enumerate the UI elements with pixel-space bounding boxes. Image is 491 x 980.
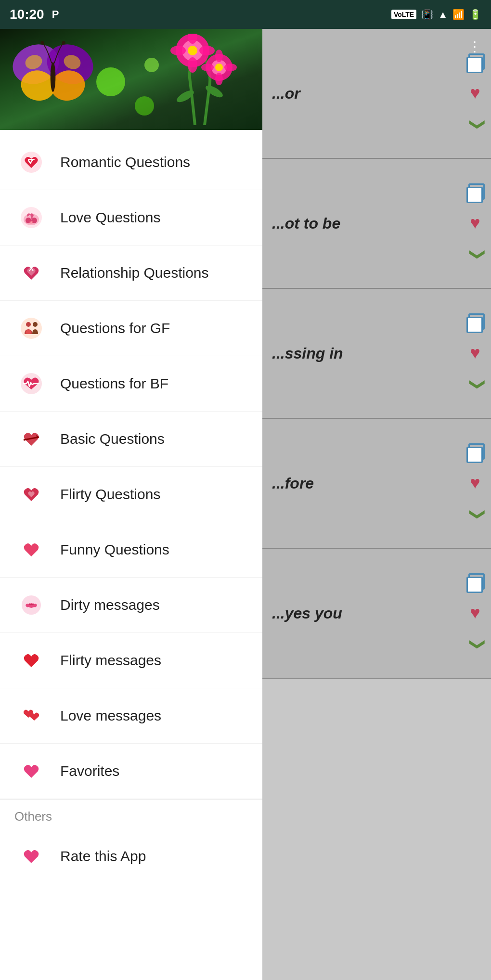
flirty-questions-icon [14,477,48,511]
menu-item-flirty-questions[interactable]: Flirty Questions [0,467,262,522]
menu-list: Romantic Questions Love Questions [0,130,262,889]
volte-badge: VoLTE [391,10,416,19]
card-3-text: ...ssing in [262,345,466,362]
svg-point-16 [170,46,186,55]
svg-point-13 [188,46,197,55]
vibrate-icon: 📳 [421,9,433,20]
questions-gf-icon [14,311,48,345]
menu-item-funny-questions[interactable]: Funny Questions [0,522,262,578]
share-icon-4[interactable]: ❮ [466,508,484,521]
basic-questions-icon [14,422,48,456]
flirty-messages-icon [14,644,48,677]
heart-icon-2[interactable]: ♥ [470,213,480,233]
svg-point-24 [224,64,237,71]
share-icon-3[interactable]: ❮ [466,378,484,391]
card-5-text: ...yes you [262,605,466,622]
menu-item-questions-gf[interactable]: Questions for GF [0,301,262,356]
questions-gf-label: Questions for GF [60,320,170,336]
love-messages-label: Love messages [60,708,161,724]
status-bar-right: VoLTE 📳 ▲ 📶 🔋 [391,9,481,20]
drawer-header [0,29,262,130]
menu-item-romantic-questions[interactable]: Romantic Questions [0,135,262,190]
bokeh-2 [135,96,154,116]
card-4: ...fore ♥ ❮ [262,419,491,549]
copy-icon-5[interactable] [466,573,484,591]
butterfly-decoration [10,39,96,116]
flirty-questions-label: Flirty Questions [60,486,160,503]
relationship-questions-icon [14,256,48,290]
heart-icon-5[interactable]: ♥ [470,603,480,623]
card-1-actions: ♥ ❮ [466,53,491,133]
favorites-label: Favorites [60,763,119,779]
share-icon-5[interactable]: ❮ [466,638,484,651]
flirty-messages-label: Flirty messages [60,652,161,669]
menu-item-questions-bf[interactable]: Questions for BF [0,356,262,412]
funny-questions-label: Funny Questions [60,542,169,558]
card-5-actions: ♥ ❮ [466,573,491,653]
love-messages-icon [14,699,48,733]
right-panel: ...or ♥ ❮ ...ot to be ♥ ❮ ...ssing in ♥ … [262,29,491,980]
svg-point-6 [51,62,56,92]
relationship-questions-label: Relationship Questions [60,265,209,281]
battery-icon: 🔋 [469,9,481,20]
navigation-drawer: Romantic Questions Love Questions [0,29,262,980]
svg-point-30 [29,221,33,224]
menu-item-basic-questions[interactable]: Basic Questions [0,412,262,467]
bokeh-1 [96,67,125,96]
svg-point-8 [62,41,65,44]
three-dots-menu[interactable]: ⋮ [468,39,481,54]
questions-bf-label: Questions for BF [60,375,168,392]
heart-icon-3[interactable]: ♥ [470,343,480,363]
share-icon-2[interactable]: ❮ [466,248,484,261]
love-questions-icon [14,201,48,234]
card-2-text: ...ot to be [262,215,466,232]
copy-icon-4[interactable] [466,443,484,461]
basic-questions-label: Basic Questions [60,431,165,447]
card-5: ...yes you ♥ ❮ [262,549,491,679]
rate-app-label: Rate this App [60,848,146,864]
menu-item-flirty-messages[interactable]: Flirty messages [0,633,262,688]
heart-icon-4[interactable]: ♥ [470,473,480,493]
menu-item-favorites[interactable]: Favorites [0,744,262,799]
card-4-actions: ♥ ❮ [466,443,491,523]
card-2-actions: ♥ ❮ [466,183,491,263]
flowers-decoration [152,34,248,125]
share-icon-1[interactable]: ❮ [466,118,484,131]
card-1: ...or ♥ ❮ [262,29,491,159]
svg-point-31 [21,318,42,339]
svg-point-20 [215,64,223,71]
svg-point-23 [201,64,214,71]
menu-item-rate-app[interactable]: Rate this App [0,829,262,884]
dirty-messages-label: Dirty messages [60,597,160,613]
svg-point-15 [188,57,197,73]
menu-item-relationship-questions[interactable]: Relationship Questions [0,245,262,301]
copy-icon-3[interactable] [466,313,484,331]
favorites-icon [14,754,48,788]
status-time: 10:20 [10,7,44,22]
status-bar-left: 10:20 P [10,7,59,22]
romantic-questions-icon [14,145,48,179]
questions-bf-icon [14,367,48,400]
card-3-actions: ♥ ❮ [466,313,491,393]
svg-point-22 [215,73,223,85]
card-3: ...ssing in ♥ ❮ [262,289,491,419]
menu-item-dirty-messages[interactable]: Dirty messages [0,578,262,633]
card-4-text: ...fore [262,475,466,492]
menu-item-love-messages[interactable]: Love messages [0,688,262,744]
love-questions-label: Love Questions [60,209,160,226]
svg-point-32 [26,322,31,327]
svg-point-33 [33,322,38,327]
others-section-header: Others [0,799,262,829]
funny-questions-icon [14,533,48,567]
card-1-text: ...or [262,85,466,103]
heart-icon-1[interactable]: ♥ [470,83,480,103]
svg-point-21 [215,50,223,62]
copy-icon-2[interactable] [466,183,484,201]
menu-item-love-questions[interactable]: Love Questions [0,190,262,245]
svg-point-17 [199,46,215,55]
rate-app-icon [14,839,48,873]
dirty-messages-icon [14,588,48,622]
card-2: ...ot to be ♥ ❮ [262,159,491,289]
copy-icon-1[interactable] [466,53,484,71]
wifi-icon: ▲ [438,9,448,20]
